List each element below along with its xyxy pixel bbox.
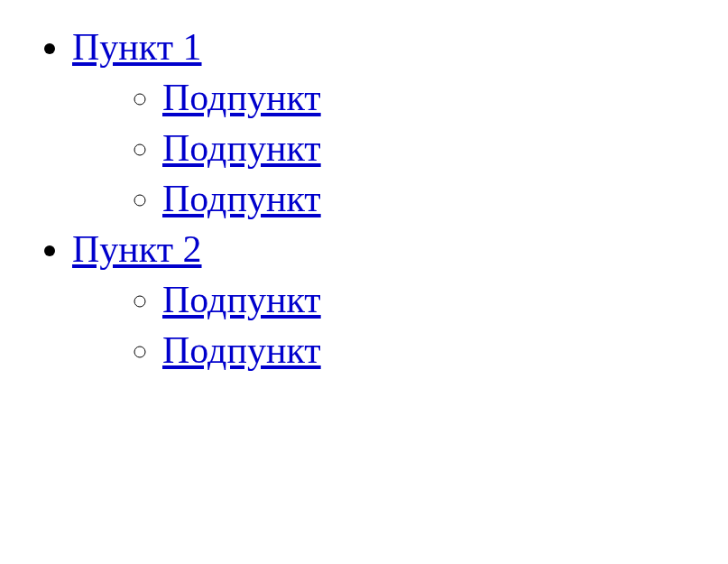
sub-list: Подпункт Подпункт bbox=[72, 278, 710, 372]
list-subitem-link[interactable]: Подпункт bbox=[162, 329, 321, 371]
list-subitem: Подпункт bbox=[162, 126, 710, 170]
list-subitem-link[interactable]: Подпункт bbox=[162, 77, 321, 118]
sub-list: Подпункт Подпункт Подпункт bbox=[72, 76, 710, 220]
list-subitem: Подпункт bbox=[162, 177, 710, 220]
list-subitem-link[interactable]: Подпункт bbox=[162, 127, 321, 169]
list-item: Пункт 1 Подпункт Подпункт Подпункт bbox=[72, 25, 710, 220]
list-item-link[interactable]: Пункт 2 bbox=[72, 228, 202, 270]
main-list: Пункт 1 Подпункт Подпункт Подпункт Пункт… bbox=[18, 25, 710, 372]
list-subitem: Подпункт bbox=[162, 278, 710, 321]
list-subitem-link[interactable]: Подпункт bbox=[162, 279, 321, 320]
list-subitem: Подпункт bbox=[162, 328, 710, 372]
list-item: Пункт 2 Подпункт Подпункт bbox=[72, 227, 710, 372]
list-subitem: Подпункт bbox=[162, 76, 710, 119]
list-subitem-link[interactable]: Подпункт bbox=[162, 178, 321, 219]
list-item-link[interactable]: Пункт 1 bbox=[72, 26, 202, 68]
